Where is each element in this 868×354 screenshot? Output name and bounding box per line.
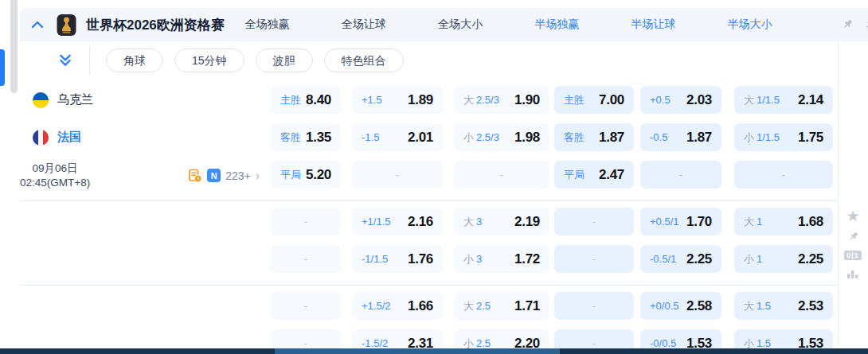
empty-odds: - <box>304 337 307 349</box>
odds-row: 客胜1.35-1.52.01小2.5/31.98客胜1.87-0.51.87小1… <box>271 123 833 151</box>
tab-2[interactable]: 全场大小 <box>438 18 483 32</box>
stats-bar-chart-icon[interactable] <box>846 267 859 279</box>
odds-value: 2.25 <box>686 251 712 267</box>
tab-0[interactable]: 全场独赢 <box>245 18 290 32</box>
odds-line-label: 2.5/3 <box>476 131 499 143</box>
odds-cell[interactable]: 大2.5/31.90 <box>454 86 549 114</box>
odds-cell[interactable]: 主胜8.40 <box>271 86 341 114</box>
odds-cell[interactable]: - <box>640 161 721 189</box>
odds-type-label: 大 <box>744 215 754 229</box>
filter-pill-3[interactable]: 特色组合 <box>324 49 404 72</box>
empty-odds: - <box>500 169 503 181</box>
odds-line-label: 1/1.5 <box>757 131 780 143</box>
odds-cell[interactable]: 大32.19 <box>454 208 549 235</box>
match-block: 乌克兰 法国 09月06日 02:45(GMT+8) <box>20 80 868 200</box>
tab-5[interactable]: 半场大小 <box>728 18 772 32</box>
odds-cell[interactable]: -0.51.87 <box>640 123 721 151</box>
odds-cell[interactable]: 大11.68 <box>734 208 833 235</box>
tab-1[interactable]: 全场让球 <box>342 18 386 32</box>
odds-line-label: +0.5 <box>650 94 671 106</box>
odds-value: 1.87 <box>599 130 624 146</box>
odds-cell[interactable]: - <box>734 161 833 189</box>
odds-value: 8.40 <box>306 92 331 108</box>
vertical-scrollbar-thumb[interactable] <box>10 0 18 93</box>
tab-3[interactable]: 半场独赢 <box>534 18 579 32</box>
odds-line-label: -1.5 <box>362 131 379 143</box>
filter-pills: 角球15分钟波胆特色组合 <box>106 49 404 72</box>
odds-row: -+1/1.52.16大32.19-+0.5/11.70大11.68 <box>271 208 833 235</box>
expand-double-chevron-down-icon[interactable] <box>58 53 72 68</box>
odds-line-label: -0/0.5 <box>650 337 676 349</box>
tab-4[interactable]: 半场让球 <box>631 18 676 32</box>
odds-cell[interactable]: -0.5/12.25 <box>640 245 721 273</box>
filter-pill-2[interactable]: 波胆 <box>256 49 313 72</box>
odds-cell[interactable]: 主胜7.00 <box>554 86 634 114</box>
odds-cell[interactable]: +0.52.03 <box>640 86 721 114</box>
pin-icon[interactable] <box>862 18 868 32</box>
odds-cell[interactable]: 小31.72 <box>454 245 549 273</box>
odds-line-label: 1/1.5 <box>757 94 780 106</box>
ukraine-flag-icon <box>33 92 49 108</box>
odds-cell[interactable]: - <box>554 208 634 235</box>
pin-icon[interactable] <box>846 231 859 243</box>
odds-value: 2.19 <box>514 214 540 230</box>
odds-cell[interactable]: 大2.51.71 <box>454 292 549 320</box>
odds-value: 1.70 <box>686 214 712 230</box>
odds-cell[interactable]: +0.5/11.70 <box>640 208 721 235</box>
odds-line-label: -0.5/1 <box>650 253 676 265</box>
odds-row: -+1.5/21.66大2.51.71-+0/0.52.58大1.52.53 <box>271 292 833 320</box>
odds-cell[interactable]: - <box>352 161 443 189</box>
filter-divider <box>89 46 90 75</box>
odds-line-label: +1.5 <box>362 94 382 106</box>
odds-line-label: +1/1.5 <box>362 216 391 228</box>
odds-cell[interactable]: - <box>271 208 341 235</box>
odds-cell[interactable]: +0/0.52.58 <box>640 292 721 320</box>
odds-group-3: -+1.5/21.66大2.51.71-+0/0.52.58大1.52.53--… <box>271 286 833 354</box>
odds-row: 平局5.20--平局2.47-- <box>271 161 833 189</box>
odds-cell[interactable]: 客胜1.35 <box>271 123 341 151</box>
odds-value: 5.20 <box>306 167 331 183</box>
odds-cell[interactable]: - <box>454 161 549 189</box>
filter-pill-0[interactable]: 角球 <box>106 49 163 72</box>
odds-row: 主胜8.40+1.51.89大2.5/31.90主胜7.00+0.52.03大1… <box>271 86 833 114</box>
odds-line-label: 1 <box>757 253 762 265</box>
odds-cell[interactable]: 大1/1.52.14 <box>734 86 833 114</box>
match-tools: ★ 0|1 <box>843 208 863 279</box>
pin-icon[interactable] <box>840 18 854 32</box>
odds-cell[interactable]: - <box>271 245 341 273</box>
odds-cell[interactable]: - <box>554 245 634 273</box>
odds-line-label: 平局 <box>280 168 301 182</box>
odds-cell[interactable]: 小12.25 <box>734 245 833 273</box>
odds-cell[interactable]: 平局2.47 <box>554 161 634 189</box>
odds-line-label: -1/1.5 <box>362 253 388 265</box>
scoreboard-icon[interactable]: 0|1 <box>844 251 862 260</box>
odds-cell[interactable]: 客胜1.87 <box>554 123 634 151</box>
odds-cell[interactable]: - <box>554 292 634 320</box>
league-panel: 世界杯2026欧洲资格赛 全场独赢全场让球全场大小半场独赢半场让球半场大小 角球… <box>20 8 868 354</box>
france-flag-icon <box>33 130 49 146</box>
odds-type-label: 大 <box>463 299 474 313</box>
odds-cell[interactable]: 平局5.20 <box>271 161 341 189</box>
odds-cell[interactable]: +1/1.52.16 <box>352 208 443 235</box>
horizontal-scrollbar-track[interactable] <box>0 348 868 354</box>
odds-line-label: 主胜 <box>280 93 301 107</box>
empty-odds: - <box>592 300 596 312</box>
odds-value: 1.72 <box>514 251 540 267</box>
odds-type-label: 大 <box>744 299 754 313</box>
info-spacer <box>20 201 271 285</box>
collapse-chevron-up-icon[interactable] <box>31 19 44 30</box>
odds-value: 1.90 <box>514 92 540 108</box>
odds-cell[interactable]: -1/1.51.76 <box>352 245 443 273</box>
horizontal-scrollbar-thumb[interactable] <box>275 348 560 354</box>
odds-cell[interactable]: -1.52.01 <box>352 123 443 151</box>
odds-cell[interactable]: 小2.5/31.98 <box>454 123 549 151</box>
odds-cell[interactable]: +1.5/21.66 <box>352 292 443 320</box>
odds-cell[interactable]: - <box>271 292 341 320</box>
odds-cell[interactable]: +1.51.89 <box>352 86 443 114</box>
odds-cell[interactable]: 小1/1.51.75 <box>734 123 833 151</box>
favorite-star-icon[interactable]: ★ <box>846 208 859 224</box>
odds-cell[interactable]: 大1.52.53 <box>734 292 833 320</box>
odds-line-label: 1 <box>757 216 762 228</box>
more-markets-link[interactable]: N 223+ › <box>188 169 260 183</box>
filter-pill-1[interactable]: 15分钟 <box>174 49 244 72</box>
